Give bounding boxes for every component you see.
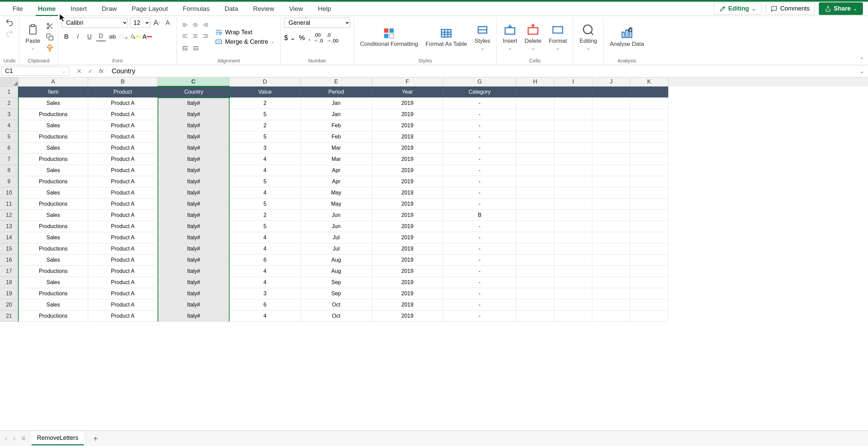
cell-styles-button[interactable]: Styles ⌄ bbox=[472, 22, 493, 52]
cell-E14[interactable]: Jul bbox=[301, 232, 372, 243]
cell-B11[interactable]: Product A bbox=[88, 199, 158, 210]
column-header-D[interactable]: D bbox=[230, 77, 301, 87]
cell-I6[interactable] bbox=[554, 143, 592, 154]
increase-font-button[interactable]: A↑ bbox=[152, 18, 162, 27]
menu-tab-draw[interactable]: Draw bbox=[94, 2, 124, 15]
sheet-nav-next[interactable]: › bbox=[13, 434, 16, 442]
cell-E11[interactable]: May bbox=[301, 199, 372, 210]
align-right-button[interactable] bbox=[201, 31, 210, 41]
cell-B3[interactable]: Product A bbox=[88, 109, 158, 120]
cell-E18[interactable]: Sep bbox=[301, 277, 372, 288]
column-header-J[interactable]: J bbox=[592, 77, 630, 87]
all-sheets-button[interactable]: ≡ bbox=[21, 434, 25, 442]
editing-button[interactable]: Editing ⌄ bbox=[577, 22, 600, 52]
align-top-left-button[interactable] bbox=[180, 21, 190, 31]
cell-J18[interactable] bbox=[592, 277, 630, 288]
cell-E12[interactable]: Jun bbox=[301, 210, 372, 221]
double-underline-button[interactable]: D bbox=[96, 32, 106, 41]
cell-D18[interactable]: 4 bbox=[230, 277, 301, 288]
cell-G11[interactable]: - bbox=[443, 199, 516, 210]
menu-tab-help[interactable]: Help bbox=[310, 2, 338, 15]
cell-D7[interactable]: 4 bbox=[230, 154, 301, 165]
cell-I21[interactable] bbox=[554, 311, 592, 322]
cell-D6[interactable]: 3 bbox=[230, 143, 301, 154]
cell-A16[interactable]: Sales bbox=[19, 255, 88, 266]
cell-J8[interactable] bbox=[592, 165, 630, 176]
cell-H16[interactable] bbox=[516, 255, 554, 266]
bold-button[interactable]: B bbox=[62, 32, 71, 41]
cell-E15[interactable]: Jul bbox=[301, 243, 372, 255]
cell-G20[interactable]: - bbox=[443, 299, 516, 311]
cell-K15[interactable] bbox=[630, 243, 668, 255]
row-header-15[interactable]: 15 bbox=[0, 243, 19, 255]
cell-K21[interactable] bbox=[630, 311, 668, 322]
row-header-6[interactable]: 6 bbox=[0, 143, 19, 154]
cell-E10[interactable]: May bbox=[301, 187, 372, 199]
row-header-19[interactable]: 19 bbox=[0, 288, 19, 299]
cell-G19[interactable]: - bbox=[443, 288, 516, 299]
wrap-text-button[interactable]: Wrap Text bbox=[215, 29, 274, 36]
cell-A19[interactable]: Productions bbox=[19, 288, 88, 299]
cell-D20[interactable]: 6 bbox=[230, 299, 301, 311]
cell-H6[interactable] bbox=[516, 143, 554, 154]
cell-J7[interactable] bbox=[592, 154, 630, 165]
cell-G18[interactable]: - bbox=[443, 277, 516, 288]
menu-tab-file[interactable]: File bbox=[5, 2, 31, 15]
cell-J21[interactable] bbox=[592, 311, 630, 322]
cell-C11[interactable]: Italy# bbox=[158, 199, 230, 210]
cell-G6[interactable]: - bbox=[443, 143, 516, 154]
cell-K1[interactable] bbox=[630, 87, 668, 98]
cell-A14[interactable]: Sales bbox=[19, 232, 88, 243]
cell-H20[interactable] bbox=[516, 299, 554, 311]
cell-K2[interactable] bbox=[630, 98, 668, 109]
cell-A20[interactable]: Sales bbox=[19, 299, 88, 311]
cell-D9[interactable]: 5 bbox=[230, 176, 301, 187]
cell-G21[interactable]: - bbox=[443, 311, 516, 322]
cell-C5[interactable]: Italy# bbox=[158, 131, 230, 143]
cell-B7[interactable]: Product A bbox=[88, 154, 158, 165]
cell-C4[interactable]: Italy# bbox=[158, 120, 230, 131]
cell-A15[interactable]: Productions bbox=[19, 243, 88, 255]
column-header-I[interactable]: I bbox=[554, 77, 592, 87]
cell-I10[interactable] bbox=[554, 187, 592, 199]
cell-D5[interactable]: 5 bbox=[230, 131, 301, 143]
new-sheet-button[interactable]: + bbox=[90, 434, 101, 443]
cell-J17[interactable] bbox=[592, 266, 630, 277]
cell-G14[interactable]: - bbox=[443, 232, 516, 243]
cell-K11[interactable] bbox=[630, 199, 668, 210]
strikethrough-button[interactable]: ab bbox=[108, 32, 117, 41]
cell-D10[interactable]: 4 bbox=[230, 187, 301, 199]
cell-H3[interactable] bbox=[516, 109, 554, 120]
comma-button[interactable]: , bbox=[308, 34, 310, 42]
cell-D17[interactable]: 4 bbox=[230, 266, 301, 277]
cell-A17[interactable]: Productions bbox=[19, 266, 88, 277]
row-header-4[interactable]: 4 bbox=[0, 120, 19, 131]
currency-button[interactable]: $ ⌄ bbox=[284, 34, 296, 42]
cell-F5[interactable]: 2019 bbox=[372, 131, 443, 143]
cell-J3[interactable] bbox=[592, 109, 630, 120]
cell-F8[interactable]: 2019 bbox=[372, 165, 443, 176]
copy-button[interactable] bbox=[45, 32, 55, 42]
cell-K14[interactable] bbox=[630, 232, 668, 243]
cell-F4[interactable]: 2019 bbox=[372, 120, 443, 131]
cell-K3[interactable] bbox=[630, 109, 668, 120]
font-name-select[interactable]: Calibri bbox=[62, 18, 128, 28]
insert-cells-button[interactable]: Insert ⌄ bbox=[500, 22, 520, 52]
cell-H2[interactable] bbox=[516, 98, 554, 109]
cell-G5[interactable]: - bbox=[443, 131, 516, 143]
font-color-button[interactable]: A bbox=[142, 32, 152, 41]
collapse-ribbon-button[interactable]: ⌃ bbox=[860, 56, 864, 63]
row-header-12[interactable]: 12 bbox=[0, 210, 19, 221]
menu-tab-home[interactable]: Home bbox=[31, 2, 63, 15]
cell-I11[interactable] bbox=[554, 199, 592, 210]
decrease-decimal-button[interactable]: .0→.00 bbox=[326, 32, 338, 43]
increase-indent-button[interactable] bbox=[191, 43, 201, 53]
cell-H17[interactable] bbox=[516, 266, 554, 277]
cell-F7[interactable]: 2019 bbox=[372, 154, 443, 165]
row-header-1[interactable]: 1 bbox=[0, 87, 19, 98]
conditional-formatting-button[interactable]: Conditional Formatting bbox=[357, 25, 421, 49]
cell-H12[interactable] bbox=[516, 210, 554, 221]
cell-D8[interactable]: 4 bbox=[230, 165, 301, 176]
cell-J12[interactable] bbox=[592, 210, 630, 221]
cell-A2[interactable]: Sales bbox=[19, 98, 88, 109]
